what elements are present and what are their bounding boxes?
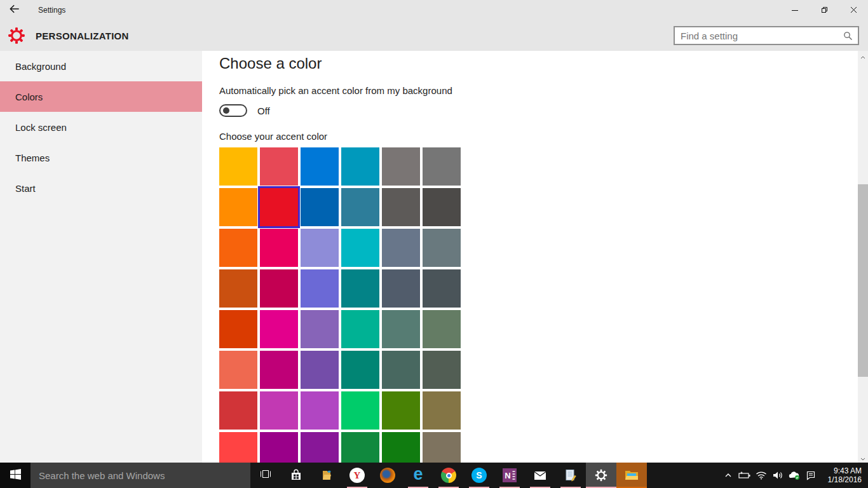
taskbar-app-store[interactable] <box>281 463 311 488</box>
yandex-icon: Y <box>349 468 365 483</box>
accent-color-swatch[interactable] <box>382 188 420 226</box>
restore-button[interactable] <box>810 0 839 20</box>
accent-color-swatch[interactable] <box>219 147 257 186</box>
accent-color-swatch[interactable] <box>301 432 339 463</box>
task-view-icon <box>259 468 272 483</box>
taskbar-app-mail[interactable] <box>525 463 555 488</box>
accent-color-swatch[interactable] <box>260 147 298 186</box>
clock-date: 1/18/2016 <box>822 475 862 484</box>
sidebar-item-colors[interactable]: Colors <box>0 81 202 112</box>
accent-color-swatch[interactable] <box>423 269 461 308</box>
accent-color-swatch[interactable] <box>423 351 461 389</box>
close-button[interactable] <box>839 0 868 20</box>
accent-color-swatch[interactable] <box>219 269 257 308</box>
accent-color-swatch[interactable] <box>382 351 420 389</box>
windows-logo-icon <box>10 469 21 482</box>
battery-icon[interactable] <box>736 463 753 488</box>
accent-color-swatch[interactable] <box>219 432 257 463</box>
accent-color-swatch[interactable] <box>341 269 379 308</box>
folder-app-icon <box>320 468 334 482</box>
taskbar-app-settings[interactable] <box>586 463 616 488</box>
system-tray: 9:43 AM 1/18/2016 <box>720 463 868 488</box>
accent-color-swatch[interactable] <box>301 269 339 308</box>
toggle-state-label: Off <box>257 105 270 116</box>
accent-color-swatch[interactable] <box>301 188 339 226</box>
sidebar-item-themes[interactable]: Themes <box>0 142 202 173</box>
taskbar-searchbox[interactable] <box>31 463 250 488</box>
task-view-button[interactable] <box>250 463 281 488</box>
accent-color-swatch[interactable] <box>260 229 298 267</box>
accent-color-swatch[interactable] <box>382 432 420 463</box>
firefox-icon <box>380 468 395 483</box>
settings-sidebar: BackgroundColorsLock screenThemesStart <box>0 51 202 463</box>
scroll-down-button[interactable] <box>858 452 868 463</box>
chevron-up-icon[interactable] <box>720 463 736 488</box>
taskbar-app-yandex[interactable]: Y <box>342 463 372 488</box>
taskbar-app-notepad[interactable] <box>555 463 586 488</box>
accent-color-swatch[interactable] <box>219 351 257 389</box>
accent-color-swatch[interactable] <box>219 391 257 430</box>
sidebar-item-start[interactable]: Start <box>0 173 202 203</box>
accent-color-swatch[interactable] <box>260 351 298 389</box>
minimize-button[interactable] <box>780 0 810 20</box>
accent-color-swatch[interactable] <box>341 147 379 186</box>
accent-color-swatch[interactable] <box>219 229 257 267</box>
search-input[interactable] <box>675 30 843 41</box>
accent-color-swatch[interactable] <box>341 188 379 226</box>
accent-color-swatch[interactable] <box>423 147 461 186</box>
scrollbar-thumb[interactable] <box>858 184 868 377</box>
accent-color-swatch[interactable] <box>260 432 298 463</box>
taskbar-app-file-explorer[interactable] <box>616 463 647 488</box>
taskbar-clock[interactable]: 9:43 AM 1/18/2016 <box>822 466 862 484</box>
taskbar-app-chrome[interactable] <box>433 463 464 488</box>
sidebar-item-lock-screen[interactable]: Lock screen <box>0 112 202 142</box>
onedrive-icon[interactable] <box>786 463 803 488</box>
notepad-icon <box>564 468 578 482</box>
accent-color-swatch[interactable] <box>301 310 339 348</box>
scroll-up-button[interactable] <box>858 51 868 61</box>
accent-color-swatch[interactable] <box>341 351 379 389</box>
content-pane: Choose a color Automatically pick an acc… <box>202 51 868 463</box>
accent-color-swatch[interactable] <box>382 229 420 267</box>
volume-icon[interactable] <box>770 463 786 488</box>
accent-color-swatch[interactable] <box>260 269 298 308</box>
taskbar-app-firefox[interactable] <box>372 463 403 488</box>
action-center-icon[interactable] <box>803 463 819 488</box>
accent-color-swatch[interactable] <box>382 147 420 186</box>
wifi-icon[interactable] <box>753 463 770 488</box>
accent-color-swatch[interactable] <box>301 147 339 186</box>
taskbar-search-input[interactable] <box>31 470 250 481</box>
accent-color-swatch[interactable] <box>382 269 420 308</box>
taskbar-app-edge[interactable]: e <box>403 463 433 488</box>
accent-color-swatch[interactable] <box>423 310 461 348</box>
accent-color-swatch[interactable] <box>341 391 379 430</box>
accent-color-swatch[interactable] <box>301 229 339 267</box>
accent-color-swatch[interactable] <box>341 229 379 267</box>
accent-color-swatch[interactable] <box>260 310 298 348</box>
start-button[interactable] <box>0 463 31 488</box>
accent-color-swatch[interactable] <box>423 391 461 430</box>
file-explorer-icon <box>624 468 639 483</box>
accent-color-swatch[interactable] <box>219 310 257 348</box>
taskbar-app-skype[interactable]: S <box>464 463 494 488</box>
back-button[interactable] <box>0 0 29 20</box>
accent-color-swatch[interactable] <box>423 432 461 463</box>
accent-color-swatch[interactable] <box>382 391 420 430</box>
auto-accent-toggle[interactable] <box>219 104 247 117</box>
accent-color-swatch[interactable] <box>423 188 461 226</box>
sidebar-item-background[interactable]: Background <box>0 51 202 81</box>
taskbar-app-onenote[interactable]: N <box>494 463 525 488</box>
accent-color-swatch[interactable] <box>219 188 257 226</box>
accent-color-swatch[interactable] <box>423 229 461 267</box>
accent-color-swatch-selected[interactable] <box>260 188 298 226</box>
accent-color-swatch[interactable] <box>260 391 298 430</box>
taskbar-app-folder-app[interactable] <box>311 463 342 488</box>
accent-color-swatch[interactable] <box>341 310 379 348</box>
accent-color-swatch[interactable] <box>382 310 420 348</box>
accent-color-swatch[interactable] <box>301 391 339 430</box>
scrollbar[interactable] <box>858 51 868 463</box>
svg-text:N: N <box>505 471 510 480</box>
accent-color-swatch[interactable] <box>341 432 379 463</box>
accent-color-swatch[interactable] <box>301 351 339 389</box>
find-setting-searchbox[interactable] <box>674 26 859 45</box>
